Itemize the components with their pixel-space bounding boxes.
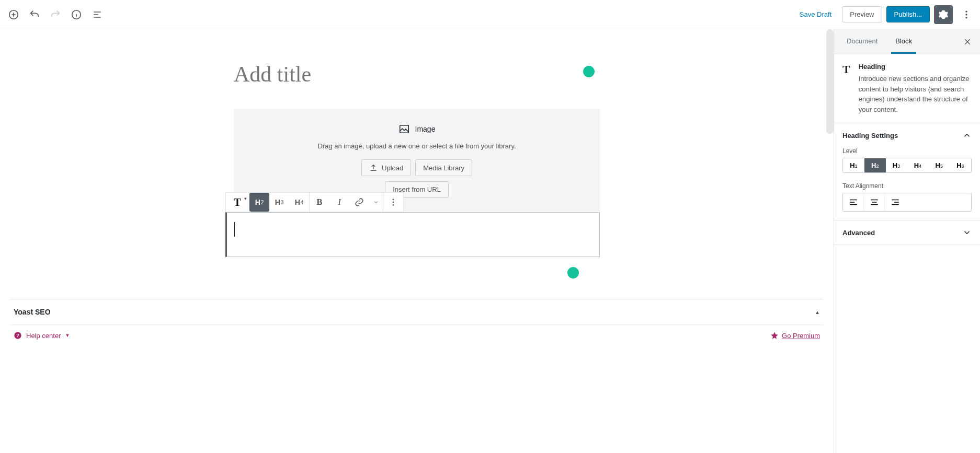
link-icon xyxy=(355,198,364,207)
text-alignment-label: Text Alignment xyxy=(842,182,972,190)
close-sidebar-button[interactable] xyxy=(959,36,976,48)
svg-point-8 xyxy=(393,204,394,206)
yoast-title: Yoast SEO xyxy=(14,308,51,316)
help-center-link[interactable]: ? Help center ▼ xyxy=(14,331,70,340)
heading-block-wrap: T H2 H3 H4 B I xyxy=(234,212,600,257)
star-icon xyxy=(770,331,779,340)
yoast-panel-toggle[interactable]: Yoast SEO ▲ xyxy=(10,299,823,325)
advanced-toggle[interactable]: Advanced xyxy=(834,220,980,245)
svg-point-3 xyxy=(965,14,967,15)
preview-button[interactable]: Preview xyxy=(842,6,882,22)
image-block-header: Image xyxy=(244,123,589,135)
toolbar-right: Save Draft Preview Publish... xyxy=(793,5,976,24)
image-block-label: Image xyxy=(415,125,436,133)
text-icon: T xyxy=(234,196,241,208)
level-h2-button[interactable]: H2 xyxy=(864,158,886,172)
settings-button[interactable] xyxy=(934,5,953,24)
image-block-desc: Drag an image, upload a new one or selec… xyxy=(244,142,589,150)
level-h1-button[interactable]: H1 xyxy=(843,158,864,172)
grammarly-icon[interactable] xyxy=(583,66,595,77)
yoast-panel: Yoast SEO ▲ ? Help center ▼ Go Premium xyxy=(10,299,823,346)
heading-settings-toggle[interactable]: Heading Settings xyxy=(834,123,980,147)
toolbar-h4-button[interactable]: H4 xyxy=(289,193,309,212)
svg-point-6 xyxy=(393,199,394,200)
close-icon xyxy=(963,38,972,46)
save-draft-button[interactable]: Save Draft xyxy=(793,6,838,22)
chevron-up-icon xyxy=(962,131,972,140)
italic-button[interactable]: I xyxy=(329,193,349,212)
grammarly-icon[interactable] xyxy=(567,267,579,278)
block-name: Heading xyxy=(859,63,972,71)
go-premium-link[interactable]: Go Premium xyxy=(770,331,820,340)
block-description: Introduce new sections and organize cont… xyxy=(859,74,972,114)
sidebar-tabs: Document Block xyxy=(834,29,980,54)
kebab-icon xyxy=(961,9,972,20)
tab-document[interactable]: Document xyxy=(842,30,882,54)
yoast-footer: ? Help center ▼ Go Premium xyxy=(10,325,823,346)
level-h5-button[interactable]: H5 xyxy=(928,158,950,172)
publish-button[interactable]: Publish... xyxy=(886,6,930,22)
help-center-label: Help center xyxy=(26,332,61,340)
editor-area: Image Drag an image, upload a new one or… xyxy=(0,29,834,453)
heading-type-icon: T xyxy=(842,63,850,114)
tab-block[interactable]: Block xyxy=(891,30,916,54)
scrollbar[interactable] xyxy=(826,29,834,134)
align-left-button[interactable] xyxy=(843,193,864,211)
chevron-down-icon xyxy=(373,199,379,205)
go-premium-label: Go Premium xyxy=(782,332,820,340)
upload-button[interactable]: Upload xyxy=(361,159,411,176)
add-block-button[interactable] xyxy=(4,5,23,24)
block-more-options-button[interactable] xyxy=(383,193,403,212)
svg-text:?: ? xyxy=(16,333,19,338)
main-wrap: Image Drag an image, upload a new one or… xyxy=(0,29,980,453)
kebab-icon xyxy=(389,198,398,207)
toolbar-h3-button[interactable]: H3 xyxy=(269,193,289,212)
link-button[interactable] xyxy=(349,193,369,212)
question-circle-icon: ? xyxy=(14,331,22,340)
toolbar-h2-button[interactable]: H2 xyxy=(249,193,269,212)
level-h3-button[interactable]: H3 xyxy=(886,158,907,172)
top-toolbar: Save Draft Preview Publish... xyxy=(0,0,980,29)
plus-circle-icon xyxy=(8,9,19,20)
heading-block-input[interactable] xyxy=(225,212,600,257)
heading-settings-section: Heading Settings Level H1 H2 H3 H4 H5 H6… xyxy=(834,123,980,220)
align-center-icon xyxy=(870,198,879,207)
caret-down-icon: ▼ xyxy=(65,333,70,338)
align-left-icon xyxy=(849,198,858,207)
text-cursor xyxy=(234,222,235,237)
svg-point-7 xyxy=(393,202,394,203)
alignment-buttons xyxy=(842,193,972,212)
heading-settings-label: Heading Settings xyxy=(842,132,898,140)
align-right-icon xyxy=(891,198,900,207)
undo-button[interactable] xyxy=(25,5,44,24)
bold-button[interactable]: B xyxy=(310,193,329,212)
chevron-down-icon xyxy=(962,228,972,237)
svg-point-2 xyxy=(965,10,967,12)
more-rich-text-button[interactable] xyxy=(369,193,383,212)
upload-icon xyxy=(369,164,378,172)
post-title-input[interactable] xyxy=(234,55,600,93)
redo-icon xyxy=(50,9,61,20)
outline-icon xyxy=(92,9,102,20)
level-h4-button[interactable]: H4 xyxy=(907,158,928,172)
upload-label: Upload xyxy=(382,164,403,172)
align-center-button[interactable] xyxy=(864,193,885,211)
block-toolbar: T H2 H3 H4 B I xyxy=(225,192,404,212)
undo-icon xyxy=(29,9,40,20)
toolbar-left xyxy=(4,5,107,24)
svg-point-4 xyxy=(965,17,967,18)
content-info-button[interactable] xyxy=(67,5,86,24)
change-block-type-button[interactable]: T xyxy=(226,193,249,212)
editor-content: Image Drag an image, upload a new one or… xyxy=(223,29,610,268)
image-icon xyxy=(398,123,410,135)
block-navigation-button[interactable] xyxy=(88,5,107,24)
level-buttons: H1 H2 H3 H4 H5 H6 xyxy=(842,158,972,173)
level-label: Level xyxy=(842,147,972,155)
more-options-button[interactable] xyxy=(957,5,976,24)
media-library-button[interactable]: Media Library xyxy=(415,159,472,176)
gear-icon xyxy=(938,9,949,20)
redo-button[interactable] xyxy=(46,5,65,24)
info-circle-icon xyxy=(71,9,82,20)
level-h6-button[interactable]: H6 xyxy=(950,158,971,172)
align-right-button[interactable] xyxy=(885,193,906,211)
